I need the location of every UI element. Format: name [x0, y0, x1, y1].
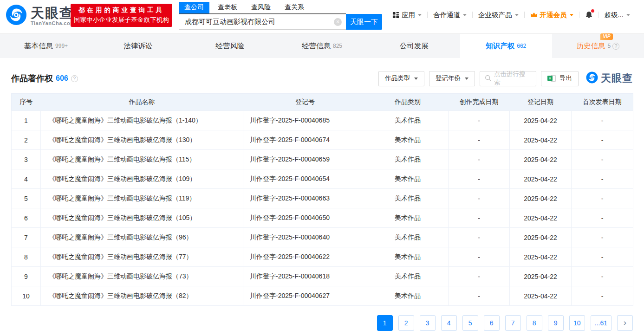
- work-type-filter-button[interactable]: 作品类型: [378, 71, 424, 86]
- col-work-name: 《哪吒之魔童闹海》三维动画电影破亿海报（115）: [41, 150, 243, 169]
- menu-item-vip[interactable]: 开通会员: [530, 11, 573, 19]
- col-category: 美术作品: [367, 169, 449, 189]
- nav-tab[interactable]: 知识产权662: [460, 34, 552, 58]
- menu-label-partner: 合作通道: [433, 11, 460, 19]
- divider: [472, 12, 473, 18]
- search-tab[interactable]: 查老板: [212, 2, 243, 13]
- col-reg-date: 2025-04-22: [510, 228, 572, 247]
- page-button-2[interactable]: 2: [398, 315, 414, 331]
- col-reg-number: 川作登字-2025-F-00040663: [243, 189, 367, 208]
- search-tab[interactable]: 查关系: [279, 2, 310, 13]
- nav-tab-badge: 5: [608, 43, 611, 49]
- nav-tab-label: 法律诉讼: [124, 41, 152, 51]
- notification-dot: [591, 9, 594, 13]
- crown-icon: [530, 12, 538, 18]
- search-tab[interactable]: 查风险: [246, 2, 276, 13]
- nav-tab[interactable]: 公司发展: [368, 34, 460, 58]
- col-publish-date: -: [572, 267, 633, 286]
- table-row: 3《哪吒之魔童闹海》三维动画电影破亿海报（115）川作登字-2025-F-000…: [12, 150, 633, 169]
- table-row: 8《哪吒之魔童闹海》三维动画电影破亿海报（77）川作登字-2025-F-0004…: [12, 247, 633, 267]
- table-row: 1《哪吒之魔童闹海》三维动画电影破亿海报（1-140）川作登字-2025-F-0…: [12, 111, 633, 130]
- clear-icon[interactable]: ×: [334, 18, 342, 26]
- main-content: 作品著作权 606 ? 作品类型 登记年份 点击进行搜索: [0, 70, 644, 336]
- menu-item-apps[interactable]: 应用: [392, 11, 422, 19]
- page-button-9[interactable]: 9: [548, 315, 564, 331]
- page-button-6[interactable]: 6: [484, 315, 500, 331]
- top-menu: 应用 合作通道 企业级产品 开通会员: [392, 0, 630, 30]
- menu-label-vip: 开通会员: [540, 11, 567, 19]
- col-creation-date: -: [449, 150, 510, 169]
- col-index: 7: [12, 228, 41, 247]
- col-reg-date: 2025-04-22: [510, 286, 572, 306]
- nav-tab-label: 公司发展: [400, 41, 429, 51]
- reg-year-filter-button[interactable]: 登记年份: [429, 71, 475, 86]
- col-reg-number: 川作登字-2025-F-00040674: [243, 130, 367, 150]
- table-search-input[interactable]: 点击进行搜索: [480, 71, 536, 86]
- table-column-header: 序号: [12, 94, 41, 111]
- col-index: 5: [12, 189, 41, 208]
- col-category: 美术作品: [367, 130, 449, 150]
- search-button[interactable]: 天眼一下: [346, 14, 382, 30]
- page-button-4[interactable]: 4: [441, 315, 457, 331]
- company-search-input[interactable]: [179, 14, 346, 30]
- col-publish-date: -: [572, 150, 633, 169]
- col-work-name: 《哪吒之魔童闹海》三维动画电影破亿海报（119）: [41, 189, 243, 208]
- page-button-3[interactable]: 3: [420, 315, 436, 331]
- col-work-name: 《哪吒之魔童闹海》三维动画电影破亿海报（96）: [41, 228, 243, 247]
- table-row: 10《哪吒之魔童闹海》三维动画电影破亿海报（82）川作登字-2025-F-000…: [12, 286, 633, 306]
- col-publish-date: -: [572, 169, 633, 189]
- page-button-10[interactable]: 10: [569, 315, 585, 331]
- table-column-header: 创作完成日期: [449, 94, 510, 111]
- table-row: 5《哪吒之魔童闹海》三维动画电影破亿海报（119）川作登字-2025-F-000…: [12, 189, 633, 208]
- col-publish-date: -: [572, 286, 633, 306]
- search-tab[interactable]: 查公司: [179, 2, 209, 13]
- col-reg-date: 2025-04-22: [510, 189, 572, 208]
- export-button[interactable]: x 导出: [541, 71, 579, 86]
- col-creation-date: -: [449, 286, 510, 306]
- page-button-5[interactable]: 5: [462, 315, 478, 331]
- col-category: 美术作品: [367, 267, 449, 286]
- vip-badge: VIP: [600, 33, 612, 40]
- col-work-name: 《哪吒之魔童闹海》三维动画电影破亿海报（109）: [41, 169, 243, 189]
- menu-item-partner[interactable]: 合作通道: [433, 11, 467, 19]
- col-creation-date: -: [449, 111, 510, 130]
- help-icon[interactable]: ?: [612, 43, 619, 50]
- nav-tab[interactable]: 法律诉讼: [92, 34, 184, 58]
- col-work-name: 《哪吒之魔童闹海》三维动画电影破亿海报（82）: [41, 286, 243, 306]
- chevron-down-icon: [414, 78, 418, 80]
- promo-banner: 都在用的商业查询工具 国家中小企业发展子基金旗下机构: [71, 4, 172, 27]
- col-reg-number: 川作登字-2025-F-00040650: [243, 208, 367, 228]
- page-button-7[interactable]: 7: [505, 315, 521, 331]
- nav-tab[interactable]: 基本信息999+: [0, 34, 92, 58]
- page-button-ellipsis-61[interactable]: ...61: [591, 315, 611, 331]
- section-count: 606: [56, 74, 68, 83]
- col-creation-date: -: [449, 247, 510, 267]
- table-row: 6《哪吒之魔童闹海》三维动画电影破亿海报（105）川作登字-2025-F-000…: [12, 208, 633, 228]
- tianyancha-logo[interactable]: 天眼查 TianYanCha.com: [6, 4, 75, 27]
- col-work-name: 《哪吒之魔童闹海》三维动画电影破亿海报（130）: [41, 130, 243, 150]
- col-reg-date: 2025-04-22: [510, 169, 572, 189]
- col-publish-date: -: [572, 247, 633, 267]
- col-category: 美术作品: [367, 228, 449, 247]
- col-category: 美术作品: [367, 208, 449, 228]
- nav-tab[interactable]: 经营风险: [184, 34, 276, 58]
- menu-label-super: 超级...: [605, 11, 624, 19]
- col-creation-date: -: [449, 130, 510, 150]
- menu-item-super[interactable]: 超级...: [605, 11, 630, 19]
- col-index: 1: [12, 111, 41, 130]
- col-creation-date: -: [449, 169, 510, 189]
- table-column-header: 登记日期: [510, 94, 572, 111]
- next-page-button[interactable]: ›: [617, 315, 633, 331]
- page-button-1[interactable]: 1: [377, 315, 393, 331]
- page-button-8[interactable]: 8: [527, 315, 542, 331]
- pagination: 12345678910...61›: [11, 315, 633, 336]
- nav-tab[interactable]: 经营信息825: [276, 34, 368, 58]
- help-icon[interactable]: ?: [71, 75, 78, 82]
- promo-line2: 国家中小企业发展子基金旗下机构: [71, 16, 172, 24]
- table-column-header: 作品名称: [41, 94, 243, 111]
- notification-bell-icon[interactable]: [585, 11, 593, 19]
- menu-item-enterprise[interactable]: 企业级产品: [478, 11, 519, 19]
- col-reg-number: 川作登字-2025-F-00040640: [243, 228, 367, 247]
- nav-tab[interactable]: 历史信息VIP5?: [552, 34, 644, 58]
- col-reg-date: 2025-04-22: [510, 150, 572, 169]
